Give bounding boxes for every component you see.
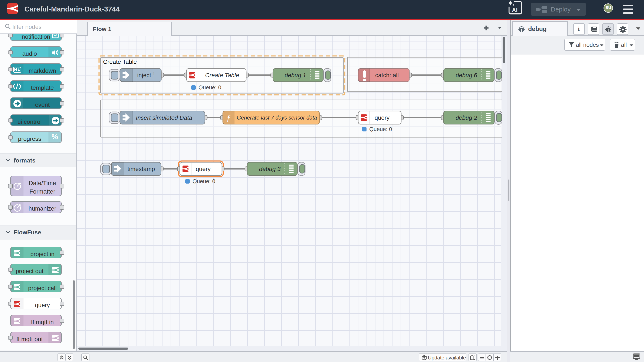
- svg-text:ƒ: ƒ: [226, 113, 230, 122]
- svg-text:catch: all: catch: all: [375, 72, 399, 78]
- svg-text:debug 2: debug 2: [455, 114, 477, 121]
- svg-text:query: query: [196, 166, 210, 172]
- svg-text:Generate last 7 days sensor da: Generate last 7 days sensor data: [236, 114, 317, 120]
- svg-text:debug 3: debug 3: [259, 166, 280, 172]
- svg-text:Insert simulated Data: Insert simulated Data: [136, 114, 192, 121]
- svg-text:AI: AI: [512, 7, 517, 13]
- svg-text:Queue: 0: Queue: 0: [369, 126, 392, 132]
- svg-text:debug 1: debug 1: [284, 72, 306, 78]
- svg-text:Queue: 0: Queue: 0: [192, 178, 215, 184]
- svg-text:timestamp: timestamp: [127, 166, 154, 172]
- svg-text:debug 6: debug 6: [455, 72, 477, 78]
- svg-text:inject 1: inject 1: [137, 71, 155, 78]
- svg-text:Create Table: Create Table: [103, 58, 136, 65]
- svg-text:Create Table: Create Table: [205, 72, 239, 78]
- svg-text:Queue: 0: Queue: 0: [198, 84, 221, 90]
- svg-text:query: query: [374, 114, 389, 121]
